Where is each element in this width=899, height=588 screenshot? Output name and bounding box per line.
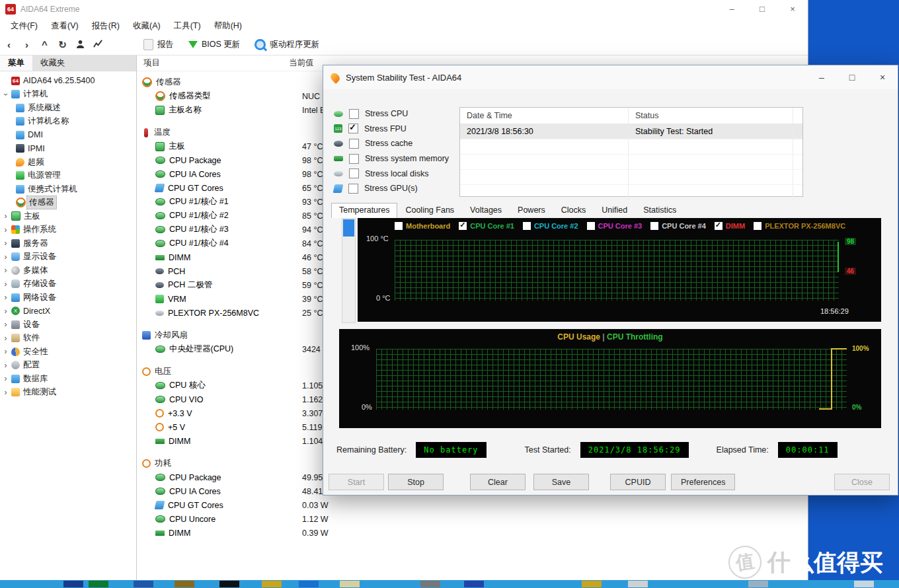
bios-update-button[interactable]: BIOS 更新 <box>182 36 246 54</box>
sidebar-item-操作系统[interactable]: ›操作系统 <box>0 223 136 237</box>
button-stop[interactable]: Stop <box>388 474 444 490</box>
log-row[interactable] <box>460 170 802 185</box>
user-icon[interactable] <box>71 39 89 51</box>
sidebar-item-安全性[interactable]: ›安全性 <box>0 345 136 359</box>
main-minimize-button[interactable]: – <box>717 0 747 18</box>
sidebar-item-显示设备[interactable]: ›显示设备 <box>0 250 136 264</box>
sidebar-item-多媒体[interactable]: ›多媒体 <box>0 264 136 277</box>
log-row[interactable]: 2021/3/8 18:56:30Stability Test: Started <box>460 124 802 139</box>
menu-item[interactable]: 工具(T) <box>167 18 208 34</box>
sidebar-item-软件[interactable]: ›软件 <box>0 332 136 346</box>
chevron-collapsed-icon[interactable]: › <box>0 307 11 316</box>
chevron-collapsed-icon[interactable]: › <box>0 266 11 275</box>
sidebar-item-电源管理[interactable]: 电源管理 <box>0 169 136 183</box>
tree-item-computer[interactable]: › 计算机 <box>0 88 136 102</box>
tab-menu[interactable]: 菜单 <box>0 55 32 71</box>
dialog-maximize-button[interactable]: □ <box>837 65 867 89</box>
chart-icon[interactable] <box>89 39 107 51</box>
forward-button[interactable]: › <box>18 39 36 50</box>
stress-option-stress-cache[interactable]: Stress cache <box>334 136 449 151</box>
sidebar-item-主板[interactable]: ›主板 <box>0 209 136 223</box>
legend-checkbox[interactable] <box>395 222 403 230</box>
tab-unified[interactable]: Unified <box>594 203 635 218</box>
legend-checkbox[interactable] <box>587 222 595 230</box>
main-close-button[interactable]: × <box>777 0 808 18</box>
tab-cooling-fans[interactable]: Cooling Fans <box>397 203 462 218</box>
menu-item[interactable]: 收藏(A) <box>126 18 167 34</box>
report-button[interactable]: 报告 <box>137 36 180 54</box>
sidebar-item-传感器[interactable]: 传感器 <box>0 196 136 210</box>
sidebar-item-配置[interactable]: ›配置 <box>0 359 136 373</box>
tree-root-aida64[interactable]: 64 AIDA64 v6.25.5400 <box>0 74 136 88</box>
tab-voltages[interactable]: Voltages <box>462 203 510 218</box>
stress-option-stress-fpu[interactable]: 123Stress FPU <box>334 122 449 137</box>
menu-item[interactable]: 报告(R) <box>85 18 126 34</box>
legend-checkbox[interactable] <box>650 222 658 230</box>
button-preferences[interactable]: Preferences <box>671 474 735 490</box>
sidebar-item-存储设备[interactable]: ›存储设备 <box>0 277 136 291</box>
chevron-collapsed-icon[interactable]: › <box>0 293 11 302</box>
driver-update-button[interactable]: 驱动程序更新 <box>249 36 325 54</box>
menu-item[interactable]: 查看(V) <box>44 18 85 34</box>
stress-option-stress-system-memory[interactable]: Stress system memory <box>334 151 449 166</box>
windows-taskbar[interactable] <box>0 580 899 588</box>
legend-checkbox[interactable] <box>523 222 531 230</box>
stress-option-stress-gpu-s-[interactable]: Stress GPU(s) <box>334 181 449 196</box>
legend-dimm[interactable]: DIMM <box>715 222 745 230</box>
legend-cpu-core-1[interactable]: CPU Core #1 <box>459 222 514 230</box>
legend-checkbox[interactable] <box>459 222 467 230</box>
legend-checkbox[interactable] <box>754 222 762 230</box>
stress-option-stress-cpu[interactable]: Stress CPU <box>334 106 449 122</box>
chevron-collapsed-icon[interactable]: › <box>0 374 11 383</box>
sidebar-item-便携式计算机[interactable]: 便携式计算机 <box>0 182 136 196</box>
sidebar-item-系统概述[interactable]: 系统概述 <box>0 101 136 115</box>
chevron-collapsed-icon[interactable]: › <box>0 279 11 289</box>
scrollbar-thumb[interactable] <box>343 219 354 237</box>
main-maximize-button[interactable]: □ <box>747 0 777 18</box>
stress-option-stress-local-disks[interactable]: Stress local disks <box>334 166 449 181</box>
sidebar-item-超频[interactable]: 超频 <box>0 155 136 169</box>
chevron-collapsed-icon[interactable]: › <box>0 211 11 221</box>
chevron-collapsed-icon[interactable]: › <box>0 388 11 397</box>
log-row[interactable] <box>460 155 802 170</box>
tab-statistics[interactable]: Statistics <box>635 203 684 218</box>
tab-powers[interactable]: Powers <box>510 203 553 218</box>
dialog-close-button[interactable]: × <box>867 65 898 89</box>
legend-cpu-core-2[interactable]: CPU Core #2 <box>523 222 578 230</box>
chevron-collapsed-icon[interactable]: › <box>0 347 11 356</box>
legend-cpu-core-3[interactable]: CPU Core #3 <box>587 222 643 230</box>
temp-graph-scrollbar[interactable] <box>342 218 356 323</box>
legend-plextor-px-256m8vc[interactable]: PLEXTOR PX-256M8VC <box>754 222 845 230</box>
dialog-minimize-button[interactable]: – <box>806 65 837 89</box>
chevron-collapsed-icon[interactable]: › <box>0 252 11 262</box>
chevron-collapsed-icon[interactable]: › <box>0 361 11 370</box>
up-button[interactable]: ^ <box>36 39 54 50</box>
log-row[interactable] <box>460 139 802 155</box>
chevron-collapsed-icon[interactable]: › <box>0 225 11 235</box>
menu-item[interactable]: 文件(F) <box>4 18 44 34</box>
sidebar-item-数据库[interactable]: ›数据库 <box>0 372 136 386</box>
tab-favorites[interactable]: 收藏夹 <box>32 55 73 71</box>
button-close[interactable]: Close <box>834 474 890 490</box>
back-button[interactable]: ‹ <box>0 39 18 50</box>
button-clear[interactable]: Clear <box>470 474 526 490</box>
chevron-collapsed-icon[interactable]: › <box>0 239 11 248</box>
legend-motherboard[interactable]: Motherboard <box>395 222 450 230</box>
sidebar-item-性能测试[interactable]: ›性能测试 <box>0 386 136 400</box>
legend-checkbox[interactable] <box>715 222 723 230</box>
button-save[interactable]: Save <box>533 474 589 490</box>
menu-item[interactable]: 帮助(H) <box>208 18 249 34</box>
sidebar-item-计算机名称[interactable]: 计算机名称 <box>0 115 136 129</box>
chevron-collapsed-icon[interactable]: › <box>0 334 11 343</box>
sidebar-item-IPMI[interactable]: IPMI <box>0 142 136 156</box>
chevron-collapsed-icon[interactable]: › <box>0 320 11 329</box>
tab-clocks[interactable]: Clocks <box>553 203 594 218</box>
sidebar-item-服务器[interactable]: ›服务器 <box>0 237 136 250</box>
sidebar-item-DMI[interactable]: DMI <box>0 128 136 142</box>
legend-cpu-core-4[interactable]: CPU Core #4 <box>650 222 706 230</box>
button-start[interactable]: Start <box>329 474 384 490</box>
sidebar-item-网络设备[interactable]: ›网络设备 <box>0 291 136 305</box>
sidebar-item-设备[interactable]: ›设备 <box>0 318 136 332</box>
sidebar-item-DirectX[interactable]: ›XDirectX <box>0 305 136 318</box>
chevron-expanded-icon[interactable]: › <box>1 89 11 100</box>
